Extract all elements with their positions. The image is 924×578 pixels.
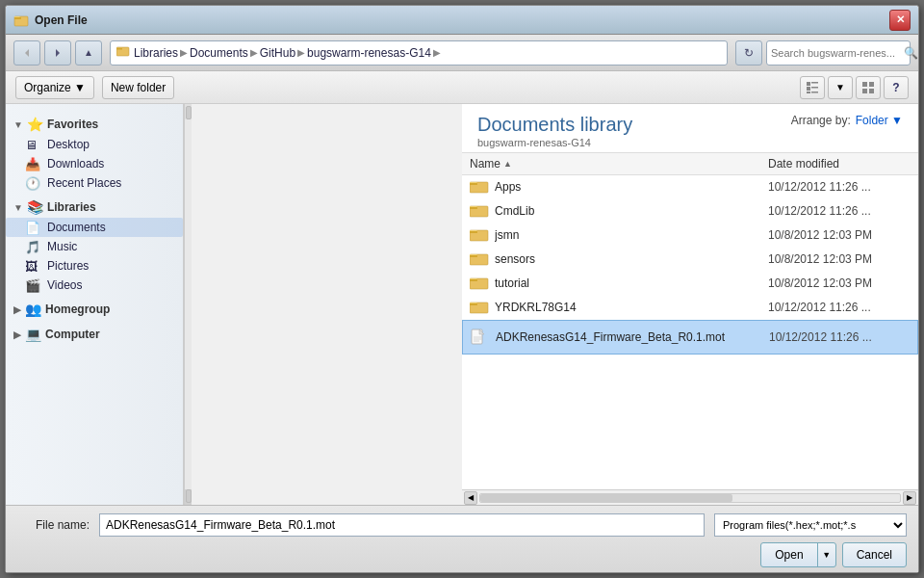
breadcrumb-libraries[interactable]: Libraries: [134, 46, 178, 60]
file-list: Apps 10/12/2012 11:26 ... File folder Cm…: [462, 175, 918, 489]
favorites-star-icon: ⭐: [27, 117, 43, 132]
homegroup-icon: 👥: [25, 302, 41, 317]
svg-rect-7: [807, 82, 810, 86]
file-date: 10/8/2012 12:03 PM: [768, 276, 918, 290]
breadcrumb-current[interactable]: bugswarm-renesas-G14: [307, 46, 431, 60]
libraries-header[interactable]: ▼ 📚 Libraries: [6, 197, 183, 218]
svg-marker-34: [470, 302, 477, 303]
open-button[interactable]: Open ▼: [760, 542, 835, 567]
organize-button[interactable]: Organize ▼: [15, 76, 94, 99]
filename-input[interactable]: [99, 513, 705, 537]
svg-marker-2: [14, 16, 20, 17]
table-row[interactable]: YRDKRL78G14 10/12/2012 11:26 ... File fo…: [462, 296, 918, 320]
svg-rect-1: [14, 17, 21, 19]
sidebar-panel: ▼ ⭐ Favorites 🖥 Desktop 📥 Downloads: [6, 104, 462, 505]
sidebar-item-music-label: Music: [47, 240, 77, 253]
view-dropdown-button[interactable]: ▼: [828, 76, 853, 99]
homegroup-header[interactable]: ▶ 👥 Homegroup: [6, 299, 183, 320]
view-list-button[interactable]: [800, 76, 825, 99]
scroll-thumb[interactable]: [480, 494, 732, 502]
svg-rect-6: [116, 48, 122, 50]
svg-rect-27: [470, 255, 477, 257]
col-name-header[interactable]: Name ▲: [470, 157, 768, 171]
file-date: 10/8/2012 12:03 PM: [768, 252, 918, 266]
svg-rect-30: [470, 279, 477, 281]
svg-marker-31: [470, 278, 477, 279]
homegroup-label: Homegroup: [45, 302, 110, 316]
back-button[interactable]: [13, 40, 40, 66]
organize-label: Organize ▼: [24, 81, 86, 94]
search-input[interactable]: [771, 47, 904, 59]
breadcrumb-documents[interactable]: Documents: [190, 46, 248, 60]
help-icon: ?: [892, 81, 899, 94]
content-area: Documents library bugswarm-renesas-G14 A…: [462, 104, 918, 505]
sidebar-scrollbar[interactable]: [184, 104, 192, 505]
sidebar-scrollbar-down[interactable]: [186, 489, 192, 503]
file-date: 10/8/2012 12:03 PM: [768, 228, 918, 242]
table-row[interactable]: jsmn 10/8/2012 12:03 PM File folder: [462, 223, 918, 248]
sidebar-item-recent-places[interactable]: 🕐 Recent Places: [6, 173, 183, 193]
breadcrumb-github[interactable]: GitHub: [260, 46, 295, 60]
sidebar-scrollbar-track: [185, 119, 192, 489]
sidebar: ▼ ⭐ Favorites 🖥 Desktop 📥 Downloads: [6, 104, 184, 505]
cancel-button[interactable]: Cancel: [842, 542, 907, 567]
svg-marker-3: [25, 49, 29, 57]
new-folder-label: New folder: [111, 81, 166, 94]
col-date-header[interactable]: Date modified: [768, 157, 918, 171]
refresh-button[interactable]: ↻: [735, 40, 762, 66]
folder-icon: [470, 275, 489, 292]
close-button[interactable]: ✕: [889, 10, 911, 31]
scroll-track[interactable]: [479, 493, 901, 503]
favorites-label: Favorites: [47, 118, 98, 131]
table-row[interactable]: ADKRenesasG14_Firmware_Beta_R0.1.mot 10/…: [462, 320, 918, 355]
sidebar-item-documents[interactable]: 📄 Documents: [6, 218, 183, 237]
sidebar-item-pictures[interactable]: 🖼 Pictures: [6, 256, 183, 276]
scroll-left-button[interactable]: ◀: [464, 491, 477, 505]
help-button[interactable]: ?: [884, 76, 909, 99]
table-row[interactable]: tutorial 10/8/2012 12:03 PM File folder: [462, 272, 918, 296]
svg-rect-11: [807, 92, 810, 93]
svg-marker-28: [470, 254, 477, 255]
open-file-dialog: Open File ✕ ▲ Libraries ▶ Documents ▶ Gi…: [5, 5, 919, 573]
dialog-buttons: Open ▼ Cancel: [17, 542, 907, 567]
filename-row: File name: Program files(*.hex;*.mot;*.s: [17, 513, 907, 537]
title-bar: Open File ✕: [6, 6, 918, 35]
column-headers: Name ▲ Date modified Type Size: [462, 153, 918, 175]
svg-marker-22: [470, 206, 477, 207]
open-dropdown-arrow[interactable]: ▼: [818, 543, 835, 566]
up-button[interactable]: ▲: [75, 40, 102, 66]
sidebar-item-videos[interactable]: 🎬 Videos: [6, 276, 183, 295]
horizontal-scrollbar[interactable]: ◀ ▶: [462, 489, 918, 505]
breadcrumb: Libraries ▶ Documents ▶ GitHub ▶ bugswar…: [110, 40, 728, 66]
view-large-button[interactable]: [856, 76, 881, 99]
svg-rect-16: [869, 89, 874, 93]
svg-rect-15: [862, 89, 867, 93]
arrange-by-control: Arrange by: Folder ▼: [791, 114, 903, 127]
main-content: ▼ ⭐ Favorites 🖥 Desktop 📥 Downloads: [6, 104, 918, 505]
sidebar-item-music[interactable]: 🎵 Music: [6, 237, 183, 256]
desktop-icon: 🖥: [25, 138, 42, 151]
forward-button[interactable]: [44, 40, 71, 66]
favorites-header[interactable]: ▼ ⭐ Favorites: [6, 114, 183, 135]
computer-header[interactable]: ▶ 💻 Computer: [6, 324, 183, 345]
svg-rect-33: [470, 303, 477, 305]
table-row[interactable]: sensors 10/8/2012 12:03 PM File folder: [462, 248, 918, 272]
bottom-bar: File name: Program files(*.hex;*.mot;*.s…: [6, 505, 918, 572]
search-box: 🔍: [766, 40, 911, 66]
sidebar-item-desktop[interactable]: 🖥 Desktop: [6, 135, 183, 154]
sidebar-item-downloads[interactable]: 📥 Downloads: [6, 154, 183, 173]
open-button-label[interactable]: Open: [761, 543, 817, 566]
computer-icon: 💻: [25, 327, 41, 342]
scroll-right-button[interactable]: ▶: [903, 491, 916, 505]
table-row[interactable]: CmdLib 10/12/2012 11:26 ... File folder: [462, 199, 918, 223]
filetype-select[interactable]: Program files(*.hex;*.mot;*.s: [714, 513, 907, 537]
table-row[interactable]: Apps 10/12/2012 11:26 ... File folder: [462, 175, 918, 199]
sidebar-item-documents-label: Documents: [47, 221, 106, 234]
folder-arrange-button[interactable]: Folder ▼: [856, 114, 903, 127]
folder-icon: [470, 250, 489, 268]
new-folder-button[interactable]: New folder: [102, 76, 174, 99]
sidebar-scrollbar-up[interactable]: [186, 106, 192, 119]
dialog-icon: [13, 13, 29, 28]
favorites-expand-icon: ▼: [13, 119, 23, 130]
svg-rect-10: [811, 87, 818, 89]
